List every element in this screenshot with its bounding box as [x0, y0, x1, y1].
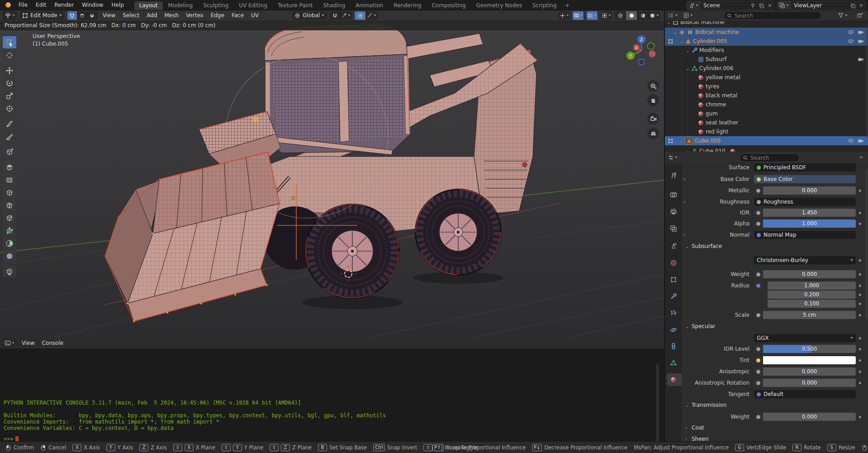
socket-button[interactable] [754, 281, 763, 290]
tool-select-box[interactable] [3, 36, 16, 48]
tool-add-cube[interactable] [3, 146, 16, 158]
socket-button[interactable] [754, 379, 763, 387]
socket-button[interactable] [754, 270, 763, 278]
properties-tab-object[interactable] [665, 273, 682, 286]
outliner-row-cylinder-005[interactable]: ⌄Cylinder.005 [665, 37, 868, 46]
pin-icon[interactable] [749, 3, 757, 9]
weight-slider[interactable]: 0.000 [763, 413, 856, 421]
viewport-menu-view[interactable]: View [99, 10, 119, 21]
surface-field[interactable]: Principled BSDF [754, 163, 856, 172]
viewlayer-name[interactable]: ViewLayer [791, 2, 849, 9]
viewlayer-icon[interactable] [778, 1, 791, 10]
python-console[interactable]: ViewConsole PYTHON INTERACTIVE CONSOLE 3… [0, 337, 664, 441]
section-subsurface[interactable]: ⌄Subsurface [682, 243, 868, 250]
viewport-menu-mesh[interactable]: Mesh [161, 10, 183, 21]
radius-slider-2[interactable]: 0.100 [768, 300, 856, 308]
outliner-row-gum[interactable]: gum [665, 109, 868, 118]
outliner-row-cube-005[interactable]: ⌄Cube.005 [665, 136, 868, 145]
shading-solid-icon[interactable] [626, 11, 637, 20]
ortho-toggle-icon[interactable] [647, 128, 659, 139]
socket-button[interactable] [754, 311, 763, 319]
disclosure-icon[interactable]: ⌄ [685, 48, 691, 53]
properties-tab-physics[interactable] [665, 324, 682, 336]
outliner-row-red-light[interactable]: red light [665, 127, 868, 136]
socket-button[interactable] [754, 186, 763, 195]
properties-tab-material[interactable] [665, 373, 682, 386]
workspace-tab-scripting[interactable]: Scripting [527, 1, 561, 10]
socket-button[interactable] [754, 345, 763, 353]
tool-scale[interactable] [3, 90, 16, 102]
tool-annotate[interactable] [3, 118, 16, 130]
properties-search-input[interactable]: Search [740, 153, 799, 162]
workspace-tab-shading[interactable]: Shading [318, 1, 350, 10]
outliner-row-bobcat-machine[interactable]: ⌄Bobcat machine [665, 28, 868, 37]
console-menu-view[interactable]: View [18, 338, 38, 348]
mode-dropdown[interactable]: Edit Mode [20, 11, 64, 20]
snap-dropdown[interactable] [341, 11, 352, 20]
shading-wireframe-icon[interactable] [615, 11, 626, 20]
section-sheen[interactable]: ›Sheen [682, 435, 868, 441]
outliner-row-modifiers[interactable]: ⌄Modifiers [665, 46, 868, 55]
disclosure-icon[interactable]: ⌄ [678, 138, 684, 143]
vertex-select-button[interactable] [67, 11, 77, 20]
ior-level-slider[interactable]: 0.500 [763, 345, 856, 353]
disable-render-icon[interactable] [857, 56, 864, 63]
decorator-dot[interactable] [859, 303, 861, 305]
tool-cursor[interactable] [3, 49, 16, 61]
edge-select-button[interactable] [77, 11, 87, 20]
workspace-tab-uv-editing[interactable]: UV Editing [234, 1, 272, 10]
outliner-filter-id-dropdown[interactable] [683, 11, 693, 19]
socket-button[interactable] [754, 356, 763, 364]
decorator-dot[interactable] [859, 314, 861, 316]
workspace-tab-sculpting[interactable]: Sculpting [198, 1, 233, 10]
blender-logo-icon[interactable] [4, 1, 12, 9]
section-transmission[interactable]: ⌄Transmission [682, 401, 868, 409]
viewport-menu-add[interactable]: Add [143, 10, 161, 21]
tool-extrude[interactable] [3, 161, 16, 173]
properties-tab-modifiers[interactable] [665, 290, 682, 303]
outliner-row-seat-leather[interactable]: seat leather [665, 118, 868, 127]
outliner-row-cylinder-006[interactable]: ⌄Cylinder.006 [665, 64, 868, 73]
show-gizmo-icon[interactable] [559, 11, 570, 20]
topbar-menu-render[interactable]: Render [50, 0, 78, 10]
tangent-field[interactable]: Default [754, 390, 856, 398]
properties-tab-data[interactable] [665, 357, 682, 369]
disable-render-icon[interactable] [857, 29, 864, 36]
tool-inset[interactable] [3, 174, 16, 186]
hide-viewport-icon[interactable] [847, 137, 854, 144]
console-menu-console[interactable]: Console [38, 338, 67, 348]
new-viewlayer-icon[interactable] [849, 3, 857, 9]
viewport-menu-face[interactable]: Face [228, 10, 247, 21]
ior-slider[interactable]: 1.450 [763, 209, 856, 217]
outliner-row-yellow-metal[interactable]: yellow metal [665, 73, 868, 82]
orientation-dropdown[interactable]: Global [292, 11, 327, 20]
topbar-menu-file[interactable]: File [14, 0, 32, 10]
roughness-field[interactable]: Roughness [754, 198, 856, 206]
section-specular[interactable]: ⌄Specular [682, 323, 868, 330]
normal-field[interactable]: Normal Map [754, 231, 856, 239]
scene-selector[interactable]: Scene [687, 1, 774, 10]
properties-editor-type-button[interactable] [668, 153, 678, 162]
outliner-search-input[interactable]: Search [724, 11, 821, 20]
outliner-row-black-metal[interactable]: black metal [665, 91, 868, 100]
viewport-menu-edge[interactable]: Edge [207, 10, 228, 21]
tool-measure[interactable] [3, 130, 16, 143]
workspace-tab-geometry-nodes[interactable]: Geometry Nodes [471, 1, 527, 10]
properties-tab-viewlayer[interactable] [665, 222, 682, 235]
disable-render-icon[interactable] [857, 38, 864, 45]
snap-magnet-icon[interactable] [329, 11, 341, 20]
socket-button[interactable] [754, 413, 763, 421]
decorator-dot[interactable] [859, 371, 861, 373]
properties-options-dropdown[interactable] [858, 153, 863, 162]
shading-material-icon[interactable] [637, 11, 649, 20]
tool-spin[interactable] [3, 237, 16, 249]
new-scene-icon[interactable] [757, 3, 766, 9]
disclosure-icon[interactable]: ⌄ [672, 30, 678, 35]
workspace-tab-animation[interactable]: Animation [351, 1, 388, 10]
tool-bevel[interactable] [3, 186, 16, 199]
tint-color-swatch[interactable] [763, 356, 856, 364]
scene-icon[interactable] [687, 1, 700, 10]
pan-hand-icon[interactable] [647, 94, 659, 106]
workspace-tab-compositing[interactable]: Compositing [427, 1, 470, 10]
xray-toggle-icon[interactable] [587, 11, 598, 20]
